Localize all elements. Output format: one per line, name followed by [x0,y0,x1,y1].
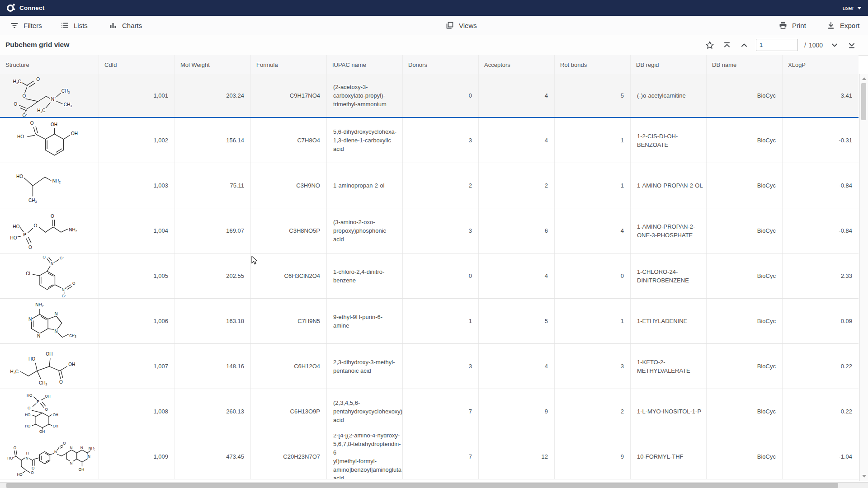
table-row[interactable]: Cl N+ OO- N+ OO- 1,005 202.55 C6H3ClN2O4… [0,253,859,299]
db-name-cell: BioCyc [707,208,783,253]
column-header-cdid[interactable]: CdId [99,55,175,74]
svg-text:HO: HO [27,394,32,398]
table-row[interactable]: H3C HOOH CH3 OOH 1,007 148.16 C6H12O4 2,… [0,344,859,389]
filters-label: Filters [24,22,42,29]
db-name-cell: BioCyc [707,389,783,434]
svg-text:N: N [55,311,58,316]
views-button[interactable]: Views [445,16,477,35]
iupac-cell: 1-chloro-2,4-dinitro- benzene [327,253,403,298]
column-header-db-name[interactable]: DB name [707,55,783,74]
donors-cell: 0 [403,74,479,117]
vertical-scrollbar-thumb[interactable] [861,83,866,120]
record-number-input[interactable] [756,39,798,51]
charts-button[interactable]: Charts [108,16,142,35]
column-header-xlogp[interactable]: XLogP [783,55,859,74]
db-name-cell: BioCyc [707,299,783,343]
svg-text:CH3: CH3 [61,89,70,94]
mol-weight-cell: 75.11 [175,163,251,208]
print-button[interactable]: Print [778,16,806,35]
column-header-rot-bonds[interactable]: Rot bonds [555,55,631,74]
main-toolbar: Filters Lists Charts Views Print Export [0,16,868,36]
acceptors-cell: 4 [479,253,555,298]
table-row[interactable]: H3C OO N+ CH3 CH3 H3C OO- 1,001 203.24 C… [0,74,859,118]
svg-text:HO: HO [25,424,30,428]
svg-text:CH3: CH3 [64,102,72,108]
svg-text:OH: OH [45,394,50,399]
svg-text:N: N [80,446,83,450]
svg-text:O: O [63,441,66,446]
lists-button[interactable]: Lists [60,16,88,35]
svg-text:O: O [14,446,16,450]
molecule-chloro-dinitrobenzene: Cl N+ OO- N+ OO- [6,254,93,298]
column-header-iupac[interactable]: IUPAC name [327,55,403,74]
formula-cell: C3H9NO [251,163,327,208]
mol-weight-cell: 148.16 [175,344,251,389]
table-row[interactable]: HOO OHO NH O N O NN NN NH2 OH 1,009 473.… [0,434,859,479]
db-regid-cell: 1-CHLORO-24- DINITROBENZENE [631,253,707,298]
record-total: / 1000 [804,42,823,49]
iupac-cell: 2,3-dihydroxy-3-methyl- pentanoic acid [327,344,403,389]
svg-text:H: H [26,451,29,455]
svg-text:O-: O- [60,255,64,260]
column-header-donors[interactable]: Donors [403,55,479,74]
record-pager: / 1000 [704,35,857,55]
vertical-scrollbar[interactable] [859,74,868,481]
top-app-bar: Connect user [0,0,868,16]
svg-text:Cl: Cl [26,271,30,276]
svg-text:O-: O- [23,113,27,117]
xlogp-cell: 2.33 [783,253,859,298]
scroll-up-arrow[interactable] [860,75,868,82]
acceptors-cell: 9 [479,389,555,434]
svg-text:NH2: NH2 [89,446,94,450]
table-row[interactable]: HOOH P OO OHOH OH HOHO 1,008 260.13 C6H1… [0,389,859,434]
xlogp-cell: -1.04 [783,434,859,479]
svg-text:O: O [59,380,63,385]
table-row[interactable]: NH2 NN NN CH3 1,006 163.18 C7H9N5 9-ethy… [0,299,859,344]
previous-record-button[interactable] [739,40,750,51]
mol-weight-cell: 156.14 [175,118,251,163]
iupac-cell: 2-[4-[(2-amino-4-hydroxy- 5,6,7,8-tetrah… [327,434,403,479]
table-row[interactable]: HO NH2 CH3 1,003 75.11 C3H9NO 1-aminopro… [0,163,859,208]
table-row[interactable]: HOHO P OO O NH2 1,004 169.07 C3H8NO5P (3… [0,208,859,253]
molecule-dihydroxy-methylpentanoate: H3C HOOH CH3 OOH [6,345,93,388]
filters-button[interactable]: Filters [10,16,42,35]
user-menu[interactable]: user [843,0,862,16]
donors-cell: 3 [403,208,479,253]
svg-text:O: O [36,77,40,82]
formula-cell: C6H13O9P [251,389,327,434]
xlogp-cell: -0.84 [783,208,859,253]
horizontal-scrollbar[interactable] [0,482,868,488]
mol-weight-cell: 260.13 [175,389,251,434]
export-label: Export [840,22,859,29]
iupac-cell: 9-ethyl-9H-purin-6- amine [327,299,403,343]
structure-cell: OHO OHOH [0,118,99,163]
column-header-formula[interactable]: Formula [251,55,327,74]
formula-cell: C6H3ClN2O4 [251,253,327,298]
bar-chart-icon [108,21,118,30]
rot-bonds-cell: 5 [555,74,631,117]
db-regid-cell: 1-AMINO-PROPAN-2-OL [631,163,707,208]
rot-bonds-cell: 1 [555,299,631,343]
scroll-down-arrow[interactable] [860,473,868,480]
svg-text:OH: OH [53,424,58,428]
table-row[interactable]: OHO OHOH 1,002 156.14 C7H8O4 5,6-dihydro… [0,118,859,163]
svg-text:HO: HO [13,224,19,229]
column-header-mol-weight[interactable]: Mol Weight [175,55,251,74]
column-header-structure[interactable]: Structure [0,55,99,74]
last-record-button[interactable] [846,40,857,51]
svg-text:N: N [70,461,73,465]
export-button[interactable]: Export [826,16,859,35]
favorite-star-icon[interactable] [704,40,715,51]
first-record-button[interactable] [722,40,732,51]
table-body: H3C OO N+ CH3 CH3 H3C OO- 1,001 203.24 C… [0,74,859,482]
iupac-cell: (2-acetoxy-3- carboxylato-propyl)- trime… [327,74,403,117]
column-header-db-regid[interactable]: DB regid [631,55,707,74]
column-header-acceptors[interactable]: Acceptors [479,55,555,74]
next-record-button[interactable] [829,40,840,51]
mol-weight-cell: 163.18 [175,299,251,343]
svg-text:N: N [54,450,57,454]
horizontal-scrollbar-thumb[interactable] [6,483,838,488]
svg-text:HO: HO [10,235,17,240]
db-name-cell: BioCyc [707,344,783,389]
db-regid-cell: (-)o-acetylcarnitine [631,74,707,117]
